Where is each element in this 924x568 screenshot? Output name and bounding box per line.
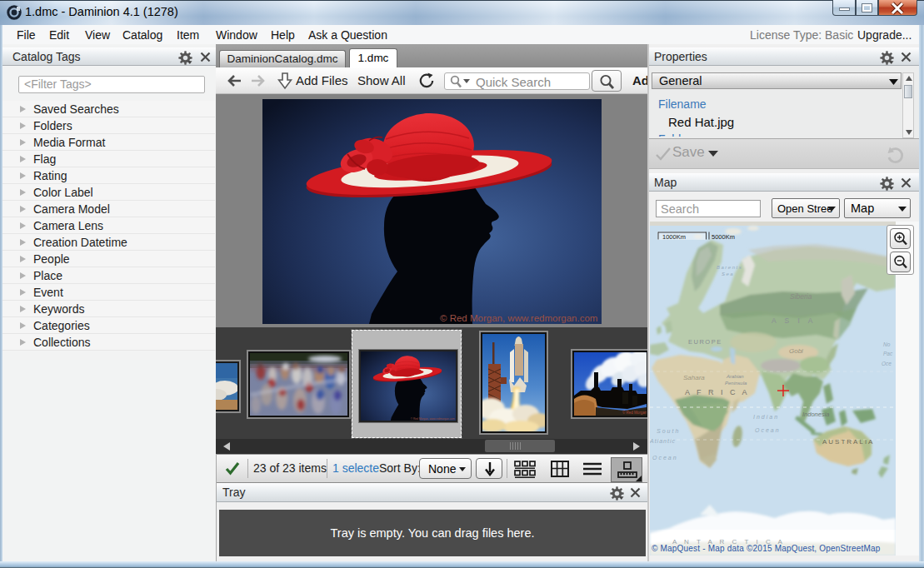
svg-text:South: South: [657, 428, 680, 434]
svg-text:Atlantic: Atlantic: [650, 438, 676, 444]
svg-text:No: No: [883, 341, 891, 347]
svg-text:Siberia: Siberia: [790, 292, 812, 301]
svg-text:Gobi: Gobi: [789, 347, 803, 355]
svg-text:Peninsula: Peninsula: [725, 381, 747, 386]
svg-text:A F R I C A: A F R I C A: [685, 388, 750, 396]
svg-text:AUSTRALIA: AUSTRALIA: [822, 438, 874, 446]
svg-text:Sahara: Sahara: [683, 374, 705, 381]
svg-text:Sea: Sea: [722, 272, 734, 277]
svg-text:© Red Morgan: © Red Morgan: [622, 410, 647, 415]
svg-text:5000Km: 5000Km: [712, 233, 735, 241]
svg-text:Barents: Barents: [717, 265, 742, 270]
svg-text:Ocean: Ocean: [755, 427, 781, 433]
svg-text:Oce: Oce: [882, 361, 892, 366]
svg-text:Ocean: Ocean: [652, 455, 678, 461]
svg-text:EUROPE: EUROPE: [688, 338, 722, 346]
svg-text:Arabian: Arabian: [726, 374, 744, 379]
svg-text:Indian: Indian: [753, 414, 779, 420]
svg-text:Indonesia: Indonesia: [802, 411, 830, 418]
svg-text:1000Km: 1000Km: [662, 233, 686, 241]
svg-text:A S I A: A S I A: [772, 316, 817, 325]
svg-text:Pac: Pac: [883, 351, 893, 356]
